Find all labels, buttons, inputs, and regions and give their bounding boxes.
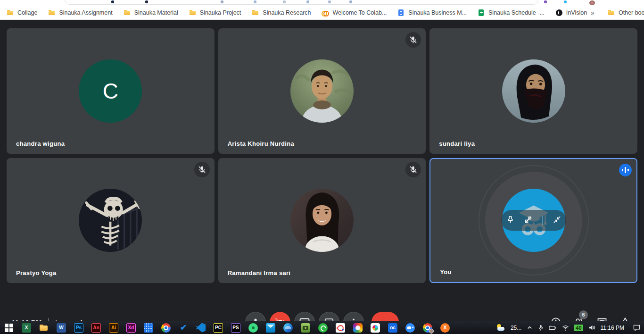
extension-icon[interactable] bbox=[221, 0, 223, 3]
taskbar-photoshop[interactable]: Ps bbox=[74, 323, 83, 333]
taskbar-app-label: An bbox=[93, 326, 99, 330]
browser-profile-avatar[interactable] bbox=[589, 0, 595, 5]
taskbar-animate[interactable]: An bbox=[91, 323, 101, 333]
taskbar-whatsapp[interactable] bbox=[318, 323, 328, 333]
folder-icon bbox=[608, 9, 615, 17]
participant-tile-prastyo[interactable]: Prastyo Yoga bbox=[7, 158, 215, 284]
extension-icon[interactable] bbox=[254, 0, 256, 3]
taskbar-zoom-app[interactable] bbox=[405, 323, 415, 333]
participant-name: sundari liya bbox=[439, 140, 475, 147]
taskbar-word[interactable]: W bbox=[57, 323, 66, 333]
extension-icon[interactable] bbox=[306, 0, 309, 3]
tray-wifi-icon[interactable] bbox=[562, 325, 569, 331]
taskbar-app-label: W bbox=[59, 326, 63, 330]
minimize-tile-button[interactable] bbox=[553, 216, 561, 225]
taskbar-app-label: Ps bbox=[76, 326, 82, 330]
taskbar-adobe-xd[interactable]: Xd bbox=[126, 323, 136, 333]
avatar-letter: C bbox=[103, 78, 118, 104]
bookmark-sinauka-assignment[interactable]: Sinauka Assignment bbox=[48, 9, 112, 17]
other-bookmarks-button[interactable]: Other bookmarks bbox=[608, 9, 644, 17]
extension-icon[interactable] bbox=[349, 0, 352, 3]
taskbar-slack[interactable] bbox=[371, 323, 380, 333]
tray-battery-icon[interactable] bbox=[549, 325, 557, 331]
taskbar-illustrator[interactable]: Ai bbox=[109, 323, 118, 333]
taskbar-phpstorm[interactable]: PS bbox=[231, 323, 240, 333]
tray-clock-label[interactable]: 11:16 PM bbox=[601, 325, 624, 331]
tray-volume-icon[interactable] bbox=[588, 325, 595, 331]
taskbar-vscode[interactable] bbox=[196, 323, 206, 333]
taskbar-app-label: PS bbox=[232, 326, 239, 330]
taskbar-camera-app[interactable] bbox=[301, 323, 310, 333]
taskbar-app-label: ✔ bbox=[180, 324, 187, 332]
participant-grid: C chandra wiguna bbox=[7, 28, 637, 283]
action-center-icon[interactable] bbox=[633, 325, 640, 331]
taskbar-xampp[interactable]: X bbox=[440, 323, 450, 333]
tray-chevron-icon[interactable] bbox=[527, 325, 533, 331]
folder-icon bbox=[252, 9, 259, 17]
participant-name: Arista Khoiru Nurdina bbox=[228, 140, 294, 147]
extension-icon[interactable] bbox=[544, 0, 547, 3]
taskbar-mail[interactable] bbox=[266, 323, 275, 333]
participant-tile-you[interactable]: You bbox=[429, 158, 637, 284]
bookmark-label: Sinauka Project bbox=[200, 9, 241, 16]
bookmark-label: Collage bbox=[17, 9, 37, 16]
bookmark-welcome-to-colab[interactable]: Welcome To Colab... bbox=[322, 9, 387, 17]
taskbar-check-app[interactable]: ✔ bbox=[179, 323, 188, 333]
participant-tile-arista[interactable]: Arista Khoiru Nurdina bbox=[218, 28, 426, 154]
folder-icon bbox=[48, 9, 56, 17]
weather-temp-label[interactable]: 25... bbox=[511, 325, 521, 331]
participant-tile-sundari[interactable]: sundari liya bbox=[429, 28, 637, 154]
bookmark-collage[interactable]: Collage bbox=[7, 9, 37, 17]
bookmark-label: Sinauka Material bbox=[134, 9, 178, 16]
taskbar-hex-app[interactable] bbox=[353, 323, 363, 333]
taskbar-chrome-profile[interactable] bbox=[423, 323, 432, 333]
mic-muted-icon bbox=[405, 32, 421, 48]
taskbar-edge[interactable] bbox=[283, 323, 293, 333]
taskbar-app-label: PC bbox=[215, 326, 222, 330]
avatar-skeleton-cartoon bbox=[79, 189, 142, 252]
extension-icon[interactable] bbox=[145, 0, 148, 3]
profile-badge bbox=[429, 329, 434, 334]
taskbar-calendar-app[interactable] bbox=[144, 323, 153, 333]
participant-tile-chandra-wiguna[interactable]: C chandra wiguna bbox=[7, 28, 215, 154]
bookmark-sinauka-schedule[interactable]: Sinauka Schedule -... bbox=[478, 9, 545, 17]
bookmark-sinauka-project[interactable]: Sinauka Project bbox=[189, 9, 241, 17]
extension-icon[interactable] bbox=[111, 0, 114, 3]
extension-icon[interactable] bbox=[283, 0, 286, 3]
taskbar-oc-app[interactable]: oc bbox=[388, 323, 397, 333]
taskbar-excel[interactable]: X bbox=[22, 323, 31, 333]
bookmark-sinauka-research[interactable]: Sinauka Research bbox=[252, 9, 311, 17]
bookmarks-overflow-chevron[interactable]: » bbox=[587, 9, 598, 17]
avatar-photo-masked-woman bbox=[502, 59, 565, 123]
extension-icon[interactable] bbox=[328, 0, 331, 3]
meeting-surface: C chandra wiguna bbox=[0, 20, 644, 321]
taskbar-chrome[interactable] bbox=[161, 323, 171, 333]
address-bar[interactable] bbox=[65, 0, 538, 5]
taskbar-file-explorer[interactable] bbox=[39, 323, 49, 333]
bookmarks-bar: CollageSinauka AssignmentSinauka Materia… bbox=[0, 6, 644, 20]
tray-mic-icon[interactable] bbox=[538, 325, 544, 331]
taskbar-red-logo-app[interactable] bbox=[336, 323, 345, 333]
pin-tile-button[interactable] bbox=[506, 216, 514, 225]
remove-tile-button[interactable] bbox=[524, 216, 532, 225]
browser-toolbar-sliver bbox=[0, 0, 644, 6]
bookmark-sinauka-business[interactable]: Sinauka Business M... bbox=[397, 9, 467, 17]
bookmark-label: Welcome To Colab... bbox=[332, 9, 387, 16]
bookmark-sinauka-material[interactable]: Sinauka Material bbox=[124, 9, 178, 17]
taskbar-android-app[interactable] bbox=[248, 323, 258, 333]
taskbar-app-label: oc bbox=[390, 326, 396, 330]
net-speed-badge[interactable]: 40 bbox=[574, 325, 583, 331]
participants-count-badge: 6 bbox=[579, 310, 588, 319]
avatar-photo-girl bbox=[290, 189, 354, 252]
extension-icon[interactable] bbox=[564, 0, 567, 3]
bookmark-invision[interactable]: InVision bbox=[555, 9, 587, 17]
bookmark-label: Sinauka Assignment bbox=[59, 9, 112, 16]
taskbar-start[interactable] bbox=[4, 323, 14, 333]
participant-name: You bbox=[440, 268, 452, 276]
mic-muted-icon bbox=[194, 162, 210, 177]
taskbar-pycharm[interactable]: PC bbox=[214, 323, 223, 333]
weather-icon[interactable] bbox=[496, 324, 505, 332]
pill-divider bbox=[542, 216, 543, 225]
tile-hover-actions bbox=[501, 210, 566, 231]
participant-tile-ramandani[interactable]: Ramandani Irma sari bbox=[218, 158, 426, 284]
